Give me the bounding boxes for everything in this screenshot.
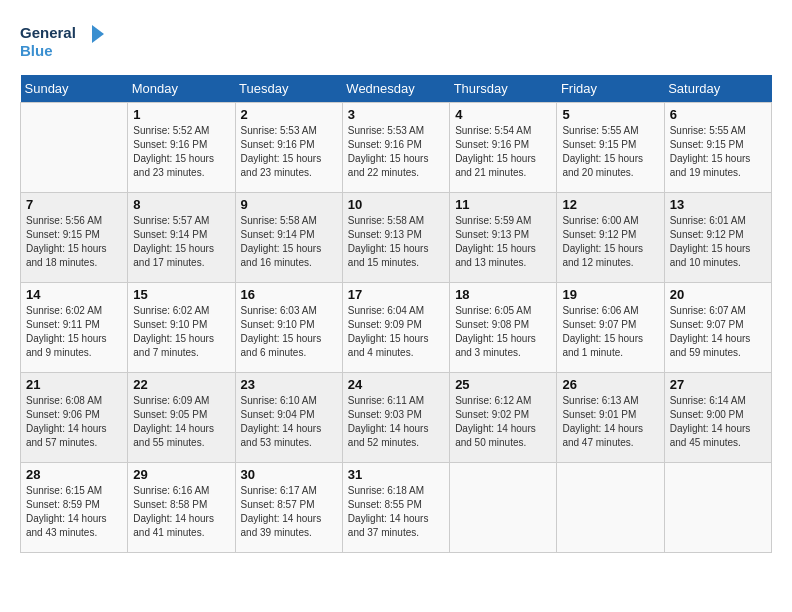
day-number: 10 xyxy=(348,197,444,212)
calendar-week-row: 1Sunrise: 5:52 AM Sunset: 9:16 PM Daylig… xyxy=(21,103,772,193)
day-number: 26 xyxy=(562,377,658,392)
calendar-day-cell: 23Sunrise: 6:10 AM Sunset: 9:04 PM Dayli… xyxy=(235,373,342,463)
empty-cell xyxy=(21,103,128,193)
day-number: 24 xyxy=(348,377,444,392)
day-number: 31 xyxy=(348,467,444,482)
day-info: Sunrise: 5:57 AM Sunset: 9:14 PM Dayligh… xyxy=(133,214,229,270)
empty-cell xyxy=(664,463,771,553)
day-number: 20 xyxy=(670,287,766,302)
logo-svg: General Blue xyxy=(20,20,110,65)
calendar-day-cell: 27Sunrise: 6:14 AM Sunset: 9:00 PM Dayli… xyxy=(664,373,771,463)
day-header-friday: Friday xyxy=(557,75,664,103)
svg-marker-2 xyxy=(92,25,104,43)
day-info: Sunrise: 6:17 AM Sunset: 8:57 PM Dayligh… xyxy=(241,484,337,540)
day-number: 30 xyxy=(241,467,337,482)
svg-text:General: General xyxy=(20,24,76,41)
calendar-table: SundayMondayTuesdayWednesdayThursdayFrid… xyxy=(20,75,772,553)
calendar-week-row: 14Sunrise: 6:02 AM Sunset: 9:11 PM Dayli… xyxy=(21,283,772,373)
day-number: 5 xyxy=(562,107,658,122)
day-number: 15 xyxy=(133,287,229,302)
day-number: 12 xyxy=(562,197,658,212)
page-header: General Blue xyxy=(20,20,772,65)
day-number: 11 xyxy=(455,197,551,212)
day-info: Sunrise: 6:11 AM Sunset: 9:03 PM Dayligh… xyxy=(348,394,444,450)
day-header-sunday: Sunday xyxy=(21,75,128,103)
calendar-day-cell: 18Sunrise: 6:05 AM Sunset: 9:08 PM Dayli… xyxy=(450,283,557,373)
calendar-day-cell: 6Sunrise: 5:55 AM Sunset: 9:15 PM Daylig… xyxy=(664,103,771,193)
day-number: 28 xyxy=(26,467,122,482)
empty-cell xyxy=(557,463,664,553)
day-info: Sunrise: 6:06 AM Sunset: 9:07 PM Dayligh… xyxy=(562,304,658,360)
calendar-week-row: 7Sunrise: 5:56 AM Sunset: 9:15 PM Daylig… xyxy=(21,193,772,283)
day-number: 1 xyxy=(133,107,229,122)
day-info: Sunrise: 6:01 AM Sunset: 9:12 PM Dayligh… xyxy=(670,214,766,270)
logo: General Blue xyxy=(20,20,110,65)
calendar-day-cell: 26Sunrise: 6:13 AM Sunset: 9:01 PM Dayli… xyxy=(557,373,664,463)
day-header-saturday: Saturday xyxy=(664,75,771,103)
day-number: 7 xyxy=(26,197,122,212)
calendar-day-cell: 30Sunrise: 6:17 AM Sunset: 8:57 PM Dayli… xyxy=(235,463,342,553)
day-info: Sunrise: 6:10 AM Sunset: 9:04 PM Dayligh… xyxy=(241,394,337,450)
day-info: Sunrise: 5:55 AM Sunset: 9:15 PM Dayligh… xyxy=(562,124,658,180)
day-number: 4 xyxy=(455,107,551,122)
day-number: 25 xyxy=(455,377,551,392)
day-number: 2 xyxy=(241,107,337,122)
day-number: 17 xyxy=(348,287,444,302)
day-info: Sunrise: 6:09 AM Sunset: 9:05 PM Dayligh… xyxy=(133,394,229,450)
day-number: 18 xyxy=(455,287,551,302)
day-info: Sunrise: 6:02 AM Sunset: 9:11 PM Dayligh… xyxy=(26,304,122,360)
calendar-day-cell: 31Sunrise: 6:18 AM Sunset: 8:55 PM Dayli… xyxy=(342,463,449,553)
day-info: Sunrise: 5:56 AM Sunset: 9:15 PM Dayligh… xyxy=(26,214,122,270)
calendar-day-cell: 16Sunrise: 6:03 AM Sunset: 9:10 PM Dayli… xyxy=(235,283,342,373)
calendar-day-cell: 9Sunrise: 5:58 AM Sunset: 9:14 PM Daylig… xyxy=(235,193,342,283)
day-info: Sunrise: 6:15 AM Sunset: 8:59 PM Dayligh… xyxy=(26,484,122,540)
calendar-day-cell: 5Sunrise: 5:55 AM Sunset: 9:15 PM Daylig… xyxy=(557,103,664,193)
day-info: Sunrise: 5:54 AM Sunset: 9:16 PM Dayligh… xyxy=(455,124,551,180)
calendar-day-cell: 8Sunrise: 5:57 AM Sunset: 9:14 PM Daylig… xyxy=(128,193,235,283)
day-info: Sunrise: 5:53 AM Sunset: 9:16 PM Dayligh… xyxy=(241,124,337,180)
calendar-day-cell: 25Sunrise: 6:12 AM Sunset: 9:02 PM Dayli… xyxy=(450,373,557,463)
calendar-day-cell: 2Sunrise: 5:53 AM Sunset: 9:16 PM Daylig… xyxy=(235,103,342,193)
calendar-day-cell: 3Sunrise: 5:53 AM Sunset: 9:16 PM Daylig… xyxy=(342,103,449,193)
day-info: Sunrise: 6:02 AM Sunset: 9:10 PM Dayligh… xyxy=(133,304,229,360)
day-info: Sunrise: 6:16 AM Sunset: 8:58 PM Dayligh… xyxy=(133,484,229,540)
calendar-day-cell: 21Sunrise: 6:08 AM Sunset: 9:06 PM Dayli… xyxy=(21,373,128,463)
calendar-day-cell: 28Sunrise: 6:15 AM Sunset: 8:59 PM Dayli… xyxy=(21,463,128,553)
day-number: 27 xyxy=(670,377,766,392)
calendar-day-cell: 19Sunrise: 6:06 AM Sunset: 9:07 PM Dayli… xyxy=(557,283,664,373)
day-info: Sunrise: 5:59 AM Sunset: 9:13 PM Dayligh… xyxy=(455,214,551,270)
day-info: Sunrise: 6:05 AM Sunset: 9:08 PM Dayligh… xyxy=(455,304,551,360)
calendar-day-cell: 17Sunrise: 6:04 AM Sunset: 9:09 PM Dayli… xyxy=(342,283,449,373)
calendar-day-cell: 1Sunrise: 5:52 AM Sunset: 9:16 PM Daylig… xyxy=(128,103,235,193)
day-number: 9 xyxy=(241,197,337,212)
day-number: 22 xyxy=(133,377,229,392)
calendar-day-cell: 24Sunrise: 6:11 AM Sunset: 9:03 PM Dayli… xyxy=(342,373,449,463)
calendar-day-cell: 12Sunrise: 6:00 AM Sunset: 9:12 PM Dayli… xyxy=(557,193,664,283)
calendar-week-row: 21Sunrise: 6:08 AM Sunset: 9:06 PM Dayli… xyxy=(21,373,772,463)
day-info: Sunrise: 6:13 AM Sunset: 9:01 PM Dayligh… xyxy=(562,394,658,450)
calendar-week-row: 28Sunrise: 6:15 AM Sunset: 8:59 PM Dayli… xyxy=(21,463,772,553)
day-info: Sunrise: 6:07 AM Sunset: 9:07 PM Dayligh… xyxy=(670,304,766,360)
day-header-thursday: Thursday xyxy=(450,75,557,103)
day-info: Sunrise: 5:58 AM Sunset: 9:14 PM Dayligh… xyxy=(241,214,337,270)
day-info: Sunrise: 6:18 AM Sunset: 8:55 PM Dayligh… xyxy=(348,484,444,540)
day-info: Sunrise: 6:14 AM Sunset: 9:00 PM Dayligh… xyxy=(670,394,766,450)
day-number: 13 xyxy=(670,197,766,212)
day-info: Sunrise: 6:12 AM Sunset: 9:02 PM Dayligh… xyxy=(455,394,551,450)
day-info: Sunrise: 6:08 AM Sunset: 9:06 PM Dayligh… xyxy=(26,394,122,450)
calendar-day-cell: 13Sunrise: 6:01 AM Sunset: 9:12 PM Dayli… xyxy=(664,193,771,283)
calendar-day-cell: 14Sunrise: 6:02 AM Sunset: 9:11 PM Dayli… xyxy=(21,283,128,373)
calendar-day-cell: 29Sunrise: 6:16 AM Sunset: 8:58 PM Dayli… xyxy=(128,463,235,553)
day-header-tuesday: Tuesday xyxy=(235,75,342,103)
calendar-day-cell: 11Sunrise: 5:59 AM Sunset: 9:13 PM Dayli… xyxy=(450,193,557,283)
empty-cell xyxy=(450,463,557,553)
calendar-day-cell: 20Sunrise: 6:07 AM Sunset: 9:07 PM Dayli… xyxy=(664,283,771,373)
day-number: 16 xyxy=(241,287,337,302)
day-header-monday: Monday xyxy=(128,75,235,103)
calendar-day-cell: 7Sunrise: 5:56 AM Sunset: 9:15 PM Daylig… xyxy=(21,193,128,283)
day-info: Sunrise: 5:55 AM Sunset: 9:15 PM Dayligh… xyxy=(670,124,766,180)
day-number: 23 xyxy=(241,377,337,392)
calendar-day-cell: 15Sunrise: 6:02 AM Sunset: 9:10 PM Dayli… xyxy=(128,283,235,373)
day-info: Sunrise: 6:04 AM Sunset: 9:09 PM Dayligh… xyxy=(348,304,444,360)
day-header-wednesday: Wednesday xyxy=(342,75,449,103)
